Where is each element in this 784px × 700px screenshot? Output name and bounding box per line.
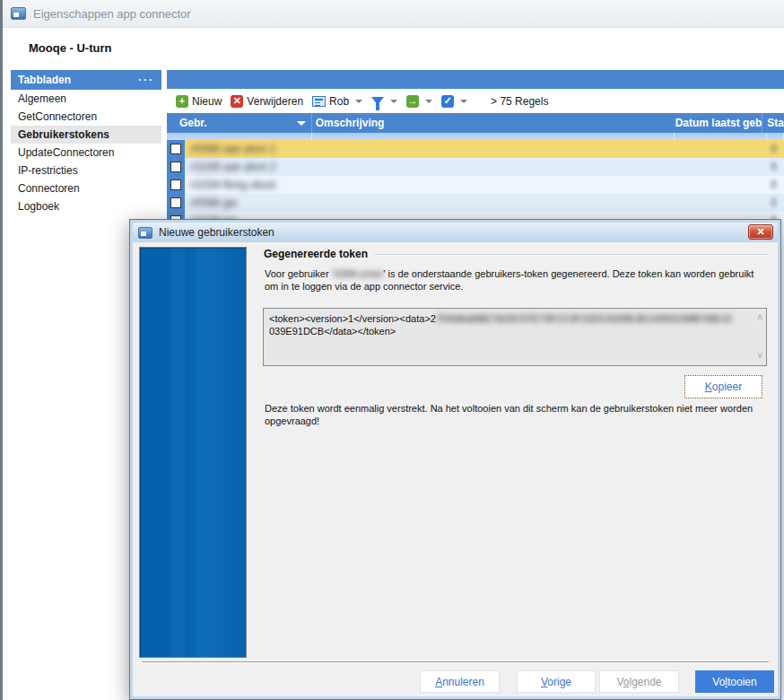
- sidebar-item-logboek[interactable]: Logboek: [11, 197, 161, 215]
- chevron-down-icon: [355, 100, 362, 103]
- column-header-omschrijving[interactable]: Omschrijving: [311, 113, 671, 133]
- wizard-banner-image: [139, 247, 247, 658]
- sidebar-item-updateconnectoren[interactable]: UpdateConnectoren: [11, 144, 161, 162]
- row-checkbox[interactable]: [170, 162, 181, 172]
- view-selector-button[interactable]: Rob: [312, 95, 362, 108]
- row-checkbox[interactable]: [170, 144, 181, 154]
- main-window-title: Eigenschappen app connector: [33, 7, 191, 21]
- table-row[interactable]: #1034 fbmg vbust 0: [167, 176, 784, 194]
- gebr-cell-redacted: #0086 aan alsm 1: [185, 143, 312, 155]
- row-checkbox[interactable]: [170, 179, 181, 190]
- filter-cell[interactable]: [675, 133, 767, 140]
- main-titlebar: Eigenschappen app connector: [3, 0, 784, 28]
- gebr-cell-redacted: #0086 gw: [185, 197, 312, 209]
- delete-x-icon: ✕: [231, 95, 243, 108]
- new-button-label: Nieuw: [192, 95, 222, 108]
- filter-cell[interactable]: [767, 133, 784, 140]
- new-token-dialog: Nieuwe gebruikerstoken ✕ Gegenereerde to…: [130, 220, 780, 699]
- row-count-label: > 75 Regels: [491, 95, 548, 108]
- back-button[interactable]: Vorige: [517, 670, 596, 693]
- dialog-warning-text: Deze token wordt eenmalig verstrekt. Na …: [265, 402, 760, 427]
- sidebar-item-gebruikerstokens[interactable]: Gebruikerstokens: [11, 126, 161, 144]
- dialog-title: Nieuwe gebruikerstoken: [159, 226, 274, 239]
- token-textbox[interactable]: <token><version>1</version><data>27FA9A4…: [263, 308, 767, 366]
- selection-button[interactable]: ✓: [441, 95, 467, 108]
- gebr-cell-redacted: #1034 fbmg vbust: [185, 179, 312, 191]
- new-button[interactable]: + Nieuw: [176, 95, 222, 108]
- sidebar-header: Tabbladen ···: [11, 70, 161, 90]
- close-button[interactable]: ✕: [748, 224, 773, 240]
- table-row[interactable]: #1039 aan alsm 2 0: [167, 158, 784, 176]
- finish-button[interactable]: Voltooien: [695, 670, 774, 693]
- next-button[interactable]: Volgende: [599, 670, 679, 693]
- export-button[interactable]: →: [406, 95, 432, 108]
- scroll-up-icon[interactable]: ˄: [757, 313, 762, 322]
- status-cell-redacted: 0: [771, 197, 784, 209]
- filter-cell[interactable]: [167, 133, 312, 140]
- sort-desc-icon[interactable]: [297, 121, 306, 126]
- sidebar-item-getconnectoren[interactable]: GetConnectoren: [11, 108, 161, 126]
- dialog-icon: [138, 227, 152, 239]
- chevron-down-icon: [460, 100, 467, 103]
- arrow-right-icon: →: [406, 95, 419, 108]
- filter-funnel-icon: [371, 97, 384, 105]
- column-header-status[interactable]: Sta: [762, 113, 784, 133]
- sidebar: Tabbladen ··· Algemeen GetConnectoren Ge…: [11, 70, 161, 215]
- dialog-intro-text: Voor gebruiker 'X394.schnr' is de onders…: [265, 267, 756, 293]
- grid-header-row: Gebr. Omschrijving Datum laatst geb Sta: [167, 113, 784, 133]
- table-row[interactable]: #0086 gw 0: [167, 194, 784, 212]
- status-cell-redacted: 0: [771, 143, 784, 155]
- row-checkbox[interactable]: [170, 197, 181, 208]
- table-row[interactable]: #0086 aan alsm 1 0: [167, 140, 784, 158]
- close-icon: ✕: [756, 226, 764, 238]
- grid-body: #0086 aan alsm 1 0 #1039 aan alsm 2 0 #1…: [167, 140, 784, 230]
- delete-button-label: Verwijderen: [247, 95, 303, 108]
- grid-toolbar: + Nieuw ✕ Verwijderen Rob → ✓ > 75 Regel…: [167, 89, 784, 113]
- chevron-down-icon: [425, 100, 432, 103]
- page-title: Mooqe - U-turn: [29, 41, 111, 55]
- delete-button[interactable]: ✕ Verwijderen: [231, 95, 303, 108]
- plus-icon: +: [176, 95, 188, 108]
- column-header-gebr[interactable]: Gebr.: [167, 113, 311, 133]
- cancel-button[interactable]: Annuleren: [420, 670, 500, 693]
- grid-filter-row[interactable]: [167, 133, 784, 140]
- sidebar-item-ip-restricties[interactable]: IP-restricties: [11, 162, 161, 179]
- username-redacted: 'X394.schnr: [332, 268, 384, 279]
- token-redacted: 7FA9A4ABE7A20C97E73FCC3F15DC4339E3E14393…: [436, 313, 732, 324]
- sidebar-item-connectoren[interactable]: Connectoren: [11, 179, 161, 197]
- checkmark-icon: ✓: [441, 95, 454, 108]
- column-header-datum[interactable]: Datum laatst geb: [670, 113, 762, 133]
- sidebar-menu-dots-icon[interactable]: ···: [138, 74, 154, 86]
- filter-button[interactable]: [371, 97, 397, 105]
- view-selector-label: Rob: [329, 95, 349, 108]
- token-suffix: 039E91DCB</data></token>: [269, 325, 750, 337]
- layout-view-icon: [312, 96, 326, 107]
- dialog-section-heading: Gegenereerde token: [264, 248, 769, 260]
- app-window-icon: [11, 7, 26, 20]
- window-frame-edge: [0, 0, 3, 700]
- dialog-separator: [142, 661, 769, 662]
- status-cell-redacted: 0: [771, 161, 784, 173]
- gebr-cell-redacted: #1039 aan alsm 2: [185, 161, 312, 173]
- panel-header-band: [167, 70, 784, 89]
- chevron-down-icon: [390, 100, 397, 103]
- sidebar-item-algemeen[interactable]: Algemeen: [11, 90, 161, 108]
- dialog-titlebar: Nieuwe gebruikerstoken: [133, 223, 778, 242]
- token-prefix: <token><version>1</version><data>2: [269, 313, 436, 324]
- status-cell-redacted: 0: [771, 179, 784, 191]
- scroll-down-icon[interactable]: ˅: [757, 352, 762, 361]
- filter-cell[interactable]: [312, 133, 675, 140]
- sidebar-header-label: Tabbladen: [18, 74, 71, 86]
- copy-button[interactable]: Kopieer: [684, 375, 762, 398]
